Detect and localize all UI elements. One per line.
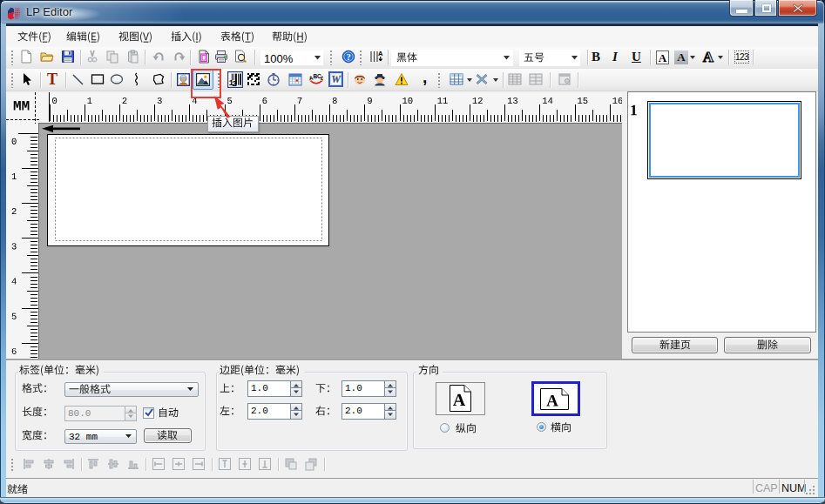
svg-text:?: ? [346, 52, 350, 62]
svg-text:A: A [378, 50, 383, 57]
svg-text:W: W [331, 73, 341, 85]
svg-text:2: 2 [232, 78, 236, 88]
svg-text:A: A [703, 49, 714, 64]
